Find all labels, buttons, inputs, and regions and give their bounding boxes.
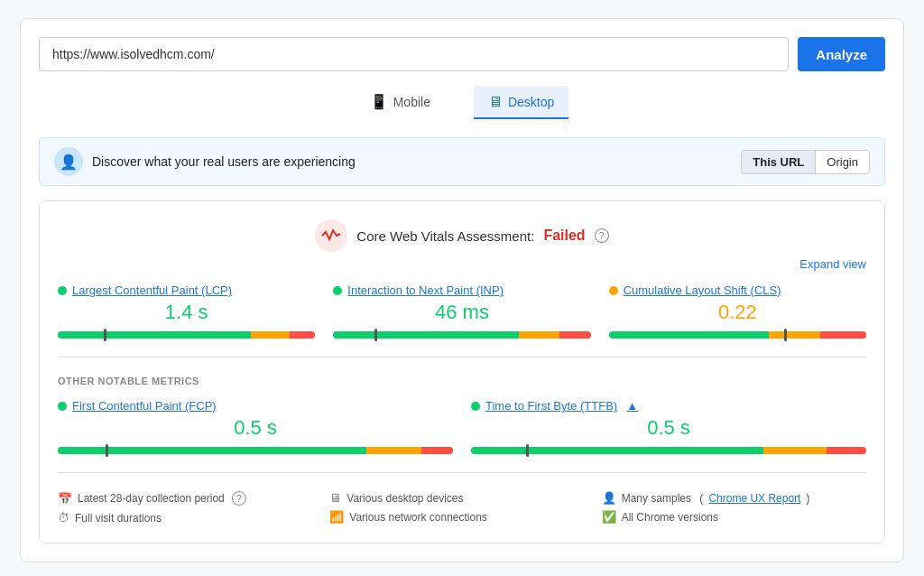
metric-fcp: First Contentful Paint (FCP) 0.5 s (58, 399, 453, 454)
cls-seg-green (609, 331, 769, 339)
ttfb-seg-orange (763, 447, 827, 454)
footer-col-2: 🖥 Various desktop devices 📶 Various netw… (329, 491, 594, 525)
footer-item-network: 📶 Various network connections (329, 510, 594, 524)
footer-col-1: 📅 Latest 28-day collection period ? ⏱ Fu… (58, 491, 322, 525)
ttfb-warning-icon: ▲ (626, 399, 638, 413)
footer-samples-text: Many samples (622, 492, 691, 505)
banner-icon: 👤 (54, 147, 83, 176)
metric-ttfb: Time to First Byte (TTFB) ▲ 0.5 s (471, 399, 866, 454)
assessment-header: Core Web Vitals Assessment: Failed ? (58, 219, 866, 252)
ttfb-seg-red (827, 447, 866, 454)
tab-mobile-label: Mobile (393, 95, 430, 109)
footer-item-devices: 🖥 Various desktop devices (329, 491, 594, 505)
tab-mobile[interactable]: 📱 Mobile (356, 86, 445, 119)
real-users-banner: 👤 Discover what your real users are expe… (39, 137, 885, 186)
ttfb-dot (471, 402, 480, 411)
ttfb-track (471, 447, 866, 454)
lcp-value: 1.4 s (58, 301, 315, 324)
origin-button[interactable]: Origin (816, 151, 869, 173)
inp-marker (374, 329, 377, 341)
tabs-container: 📱 Mobile 🖥 Desktop (39, 86, 885, 119)
expand-view-button[interactable]: Expand view (58, 257, 866, 271)
lcp-marker (104, 329, 106, 341)
network-icon: 📶 (329, 510, 344, 524)
other-notable-label: OTHER NOTABLE METRICS (58, 376, 866, 386)
assessment-status: Failed (543, 228, 585, 244)
lcp-seg-red (290, 331, 316, 339)
inp-label[interactable]: Interaction to Next Paint (INP) (333, 283, 590, 297)
footer-item-chrome: ✅ All Chrome versions (602, 510, 866, 524)
ttfb-seg-green (471, 447, 763, 454)
lcp-track (58, 331, 315, 339)
fcp-seg-red (421, 447, 453, 454)
footer-network-text: Various network connections (349, 511, 487, 524)
fcp-seg-green (58, 447, 366, 454)
footer-visit-text: Full visit durations (75, 512, 162, 525)
url-input[interactable] (39, 37, 789, 71)
footer-devices-text: Various desktop devices (346, 492, 463, 505)
cls-label[interactable]: Cumulative Layout Shift (CLS) (609, 283, 866, 297)
lcp-label[interactable]: Largest Contentful Paint (LCP) (58, 283, 315, 297)
footer-collection-text: Latest 28-day collection period (78, 492, 225, 505)
assessment-title: Core Web Vitals Assessment: (356, 228, 534, 244)
url-bar: Analyze (39, 37, 885, 71)
inp-value: 46 ms (333, 301, 590, 324)
tab-desktop[interactable]: 🖥 Desktop (474, 86, 568, 119)
footer-item-samples: 👤 Many samples (Chrome UX Report) (602, 491, 866, 505)
metric-cls: Cumulative Layout Shift (CLS) 0.22 (609, 283, 866, 339)
main-card: Core Web Vitals Assessment: Failed ? Exp… (39, 200, 885, 543)
inp-seg-green (333, 331, 518, 339)
timer-icon: ⏱ (58, 511, 69, 525)
fcp-value: 0.5 s (58, 416, 453, 440)
inp-progress (333, 331, 590, 339)
assessment-icon (315, 219, 347, 252)
footer-item-visit: ⏱ Full visit durations (58, 511, 322, 525)
ttfb-progress (471, 447, 866, 454)
fcp-dot (58, 402, 67, 411)
this-url-button[interactable]: This URL (742, 151, 816, 173)
url-origin-buttons: This URL Origin (741, 150, 870, 174)
banner-text: Discover what your real users are experi… (92, 154, 356, 169)
other-metrics-grid: First Contentful Paint (FCP) 0.5 s Time … (58, 399, 866, 473)
footer-item-collection: 📅 Latest 28-day collection period ? (58, 491, 322, 506)
fcp-track (58, 447, 453, 454)
chrome-ux-report-link[interactable]: Chrome UX Report (708, 492, 800, 505)
banner-left: 👤 Discover what your real users are expe… (54, 147, 356, 176)
collection-info-icon[interactable]: ? (232, 491, 246, 506)
cls-progress (609, 331, 866, 339)
inp-seg-orange (519, 331, 560, 339)
cls-seg-red (820, 331, 866, 339)
lcp-dot (58, 286, 67, 295)
cls-marker (784, 329, 787, 341)
cls-track (609, 331, 866, 339)
core-metrics-grid: Largest Contentful Paint (LCP) 1.4 s Int… (58, 283, 866, 358)
fcp-seg-orange (366, 447, 421, 454)
tab-desktop-label: Desktop (508, 95, 554, 109)
calendar-icon: 📅 (58, 492, 72, 506)
ttfb-marker (526, 444, 529, 457)
inp-dot (333, 286, 342, 295)
metric-lcp: Largest Contentful Paint (LCP) 1.4 s (58, 283, 315, 339)
metric-inp: Interaction to Next Paint (INP) 46 ms (333, 283, 590, 339)
analyze-button[interactable]: Analyze (798, 37, 885, 71)
devices-icon: 🖥 (329, 491, 341, 505)
lcp-seg-orange (251, 331, 290, 339)
samples-icon: 👤 (602, 491, 616, 505)
assessment-info-icon[interactable]: ? (595, 228, 609, 243)
cls-seg-orange (769, 331, 820, 339)
fcp-marker (106, 444, 108, 457)
cls-value: 0.22 (609, 301, 866, 324)
footer-col-3: 👤 Many samples (Chrome UX Report) ✅ All … (602, 491, 866, 525)
fcp-label[interactable]: First Contentful Paint (FCP) (58, 399, 453, 413)
desktop-icon: 🖥 (488, 94, 503, 110)
mobile-icon: 📱 (370, 93, 388, 110)
ttfb-value: 0.5 s (471, 416, 866, 440)
inp-track (333, 331, 590, 339)
main-container: Analyze 📱 Mobile 🖥 Desktop 👤 Discover wh… (20, 18, 904, 562)
cls-dot (609, 286, 618, 295)
fcp-progress (58, 447, 453, 454)
inp-seg-red (559, 331, 590, 339)
ttfb-label[interactable]: Time to First Byte (TTFB) ▲ (471, 399, 866, 413)
footer-chrome-text: All Chrome versions (622, 511, 718, 524)
footer-info: 📅 Latest 28-day collection period ? ⏱ Fu… (58, 491, 866, 525)
